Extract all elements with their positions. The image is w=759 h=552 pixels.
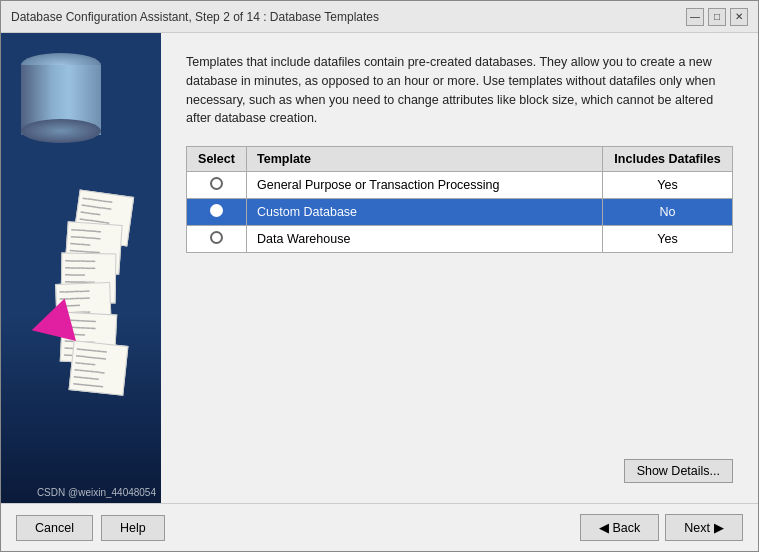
maximize-button[interactable]: □ <box>708 8 726 26</box>
template-table: Select Template Includes Datafiles Gener… <box>186 146 733 253</box>
minimize-button[interactable]: — <box>686 8 704 26</box>
back-arrow-icon: ◀ <box>599 520 609 535</box>
left-panel-image: CSDN @weixin_44048054 <box>1 33 161 503</box>
template-name-cell: General Purpose or Transaction Processin… <box>247 172 603 199</box>
back-button[interactable]: ◀ Back <box>580 514 660 541</box>
next-label: Next <box>684 521 710 535</box>
datafiles-cell: Yes <box>603 172 733 199</box>
datafiles-cell: No <box>603 199 733 226</box>
title-bar: Database Configuration Assistant, Step 2… <box>1 1 758 33</box>
watermark: CSDN @weixin_44048054 <box>37 487 156 498</box>
right-panel: Templates that include datafiles contain… <box>161 33 758 503</box>
radio-cell[interactable] <box>187 199 247 226</box>
description-text: Templates that include datafiles contain… <box>186 53 733 128</box>
cylinder-bottom <box>21 119 101 143</box>
table-row[interactable]: General Purpose or Transaction Processin… <box>187 172 733 199</box>
window: Database Configuration Assistant, Step 2… <box>0 0 759 552</box>
title-bar-controls: — □ ✕ <box>686 8 748 26</box>
col-header-template: Template <box>247 147 603 172</box>
datafiles-cell: Yes <box>603 226 733 253</box>
left-panel: CSDN @weixin_44048054 <box>1 33 161 503</box>
radio-cell[interactable] <box>187 226 247 253</box>
content-area: CSDN @weixin_44048054 Templates that inc… <box>1 33 758 503</box>
back-label: Back <box>613 521 641 535</box>
close-button[interactable]: ✕ <box>730 8 748 26</box>
template-name-cell: Data Warehouse <box>247 226 603 253</box>
cancel-button[interactable]: Cancel <box>16 515 93 541</box>
radio-cell[interactable] <box>187 172 247 199</box>
col-header-select: Select <box>187 147 247 172</box>
window-title: Database Configuration Assistant, Step 2… <box>11 10 379 24</box>
bottom-right-buttons: ◀ Back Next ▶ <box>580 514 744 541</box>
table-row[interactable]: Data WarehouseYes <box>187 226 733 253</box>
template-name-cell: Custom Database <box>247 199 603 226</box>
show-details-row: Show Details... <box>186 459 733 483</box>
bottom-bar: Cancel Help ◀ Back Next ▶ <box>1 503 758 551</box>
table-row[interactable]: Custom DatabaseNo <box>187 199 733 226</box>
show-details-button[interactable]: Show Details... <box>624 459 733 483</box>
paper-6 <box>69 340 129 395</box>
next-button[interactable]: Next ▶ <box>665 514 743 541</box>
bottom-left-buttons: Cancel Help <box>16 515 165 541</box>
database-icon <box>21 53 101 143</box>
next-arrow-icon: ▶ <box>714 520 724 535</box>
col-header-datafiles: Includes Datafiles <box>603 147 733 172</box>
help-button[interactable]: Help <box>101 515 165 541</box>
